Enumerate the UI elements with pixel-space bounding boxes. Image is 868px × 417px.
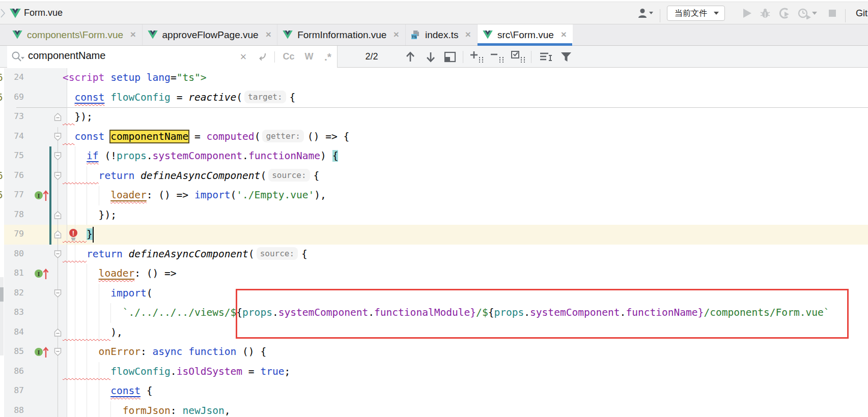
code-line-69[interactable]: 69 const flowConfig = reactive(target:{ [0, 88, 868, 108]
line-number: 24 [14, 72, 24, 82]
code-line-81[interactable]: 81I loader: () => [0, 264, 868, 284]
next-occurrence-button[interactable] [424, 46, 437, 68]
implementing-member-icon[interactable]: I [34, 267, 52, 280]
code-line-78[interactable]: 78 }); [0, 205, 868, 225]
code-line-76[interactable]: 76 return defineAsyncComponent(source:{ [0, 166, 868, 186]
regex-toggle[interactable]: .* [321, 46, 335, 68]
find-separator [274, 46, 275, 68]
fold-start-marker[interactable] [53, 348, 62, 356]
line-number: 81 [14, 268, 24, 278]
code-line-80[interactable]: 80 return defineAsyncComponent(source:{ [0, 245, 868, 264]
stop-button[interactable] [828, 2, 836, 24]
search-icon[interactable] [11, 51, 25, 63]
open-in-find-window-button[interactable] [443, 46, 457, 68]
svg-text:I: I [37, 270, 40, 278]
code-line-77[interactable]: 77I loader: () => import('./Empty.vue'), [0, 186, 868, 205]
code-text: loader: () => [63, 264, 177, 284]
code-line-85[interactable]: 85I onError: async function () { [0, 342, 868, 362]
close-tab-icon[interactable]: × [465, 29, 471, 40]
search-options-button[interactable] [539, 46, 554, 68]
tab-label: src\Form.vue [497, 29, 554, 41]
user-account-button[interactable] [637, 2, 654, 24]
add-selection-button[interactable] [469, 46, 485, 68]
code-text: formJson: newJson, [63, 401, 231, 417]
line-number: 69 [14, 92, 24, 102]
run-button[interactable] [741, 2, 752, 24]
implementing-member-icon[interactable]: I [34, 189, 52, 202]
vue-file-icon [483, 31, 493, 39]
fold-end-marker[interactable] [53, 211, 62, 219]
svg-text:TS: TS [411, 35, 417, 39]
clipped-digit: 6 [0, 170, 3, 182]
code-line-86[interactable]: 86 flowConfig.isOldSystem = true; [0, 362, 868, 382]
line-number: 74 [14, 131, 24, 141]
fold-start-marker[interactable] [53, 133, 62, 141]
code-text: const { [63, 381, 153, 401]
fold-end-marker[interactable] [53, 329, 62, 337]
editor-tab-approveFlowPage.vue[interactable]: approveFlowPage.vue× [143, 24, 278, 45]
background-scrollbar-thumb [0, 287, 4, 302]
new-line-icon[interactable] [256, 46, 268, 68]
code-text: }); [63, 107, 93, 127]
clear-search-icon[interactable]: × [237, 46, 249, 68]
close-tab-icon[interactable]: × [130, 29, 136, 40]
run-configuration-select[interactable]: 当前文件 [667, 2, 725, 24]
clipped-digit: 5 [0, 92, 3, 103]
editor-tab-src-Form.vue[interactable]: src\Form.vue× [478, 24, 573, 45]
code-text: return defineAsyncComponent(source:{ [63, 166, 319, 186]
editor-tab-index.ts[interactable]: TSindex.ts× [406, 24, 478, 45]
remove-selection-button[interactable] [490, 46, 505, 68]
code-text: import( [63, 284, 153, 304]
code-text: const componentName = computed(getter:()… [63, 127, 349, 147]
search-input[interactable]: componentName × Cc W .* [7, 46, 338, 68]
close-tab-icon[interactable]: × [561, 29, 567, 40]
code-text: }); [63, 205, 117, 225]
code-line-75[interactable]: 75 if (!props.systemComponent.functionNa… [0, 146, 868, 166]
implementing-member-icon[interactable]: I [34, 345, 52, 359]
close-tab-icon[interactable]: × [265, 29, 271, 40]
editor-tab-FormInformation.vue[interactable]: FormInformation.vue× [277, 24, 406, 45]
code-editor[interactable]: 24<script setup lang="ts">69 const flowC… [0, 68, 868, 417]
select-all-occurrences-button[interactable] [510, 46, 526, 68]
breadcrumb-file-name[interactable]: Form.vue [24, 8, 63, 18]
profiler-button[interactable] [778, 2, 790, 24]
code-text: ), [63, 323, 123, 343]
line-number: 88 [14, 405, 24, 415]
vue-file-icon [12, 31, 22, 39]
code-line-24[interactable]: 24<script setup lang="ts"> [0, 68, 868, 88]
line-number: 80 [14, 249, 24, 258]
vue-file-icon [148, 31, 158, 39]
tab-label: components\Form.vue [27, 29, 123, 41]
code-line-79[interactable]: 79! } [0, 225, 868, 245]
run-with-coverage-button[interactable] [797, 2, 818, 24]
clipped-digit: 6 [0, 72, 3, 83]
code-line-88[interactable]: 88 formJson: newJson, [0, 401, 868, 417]
ide-window: { "navbar": { "title": "Form.vue", "run_… [0, 0, 868, 417]
find-separator [531, 46, 531, 68]
fold-start-marker[interactable] [53, 289, 62, 297]
fold-start-marker[interactable] [53, 250, 62, 258]
code-line-73[interactable]: 73 }); [0, 107, 868, 127]
match-case-toggle[interactable]: Cc [281, 46, 297, 68]
close-tab-icon[interactable]: × [394, 29, 399, 40]
fold-end-marker[interactable] [53, 230, 62, 239]
line-number: 85 [14, 346, 24, 356]
fold-end-marker[interactable] [53, 113, 62, 121]
navigation-bar: Form.vue 当前文件 [0, 2, 868, 24]
breadcrumb-chevron-icon [0, 8, 6, 18]
filter-search-results-button[interactable] [559, 46, 573, 68]
code-line-74[interactable]: 74 const componentName = computed(getter… [0, 127, 868, 147]
editor-tab-components-Form.vue[interactable]: components\Form.vue× [7, 24, 143, 45]
line-number: 79 [14, 229, 24, 239]
search-query-text[interactable]: componentName [28, 50, 105, 62]
tab-label: index.ts [425, 29, 458, 41]
git-menu-label[interactable]: Git [856, 2, 867, 24]
fold-start-marker[interactable] [53, 152, 62, 160]
debug-button[interactable] [760, 2, 771, 24]
vue-file-icon [10, 9, 21, 18]
previous-occurrence-button[interactable] [404, 46, 417, 68]
whole-words-toggle[interactable]: W [301, 46, 317, 68]
code-line-87[interactable]: 87 const { [0, 381, 868, 401]
fold-start-marker[interactable] [53, 172, 62, 180]
line-number: 78 [14, 210, 24, 219]
